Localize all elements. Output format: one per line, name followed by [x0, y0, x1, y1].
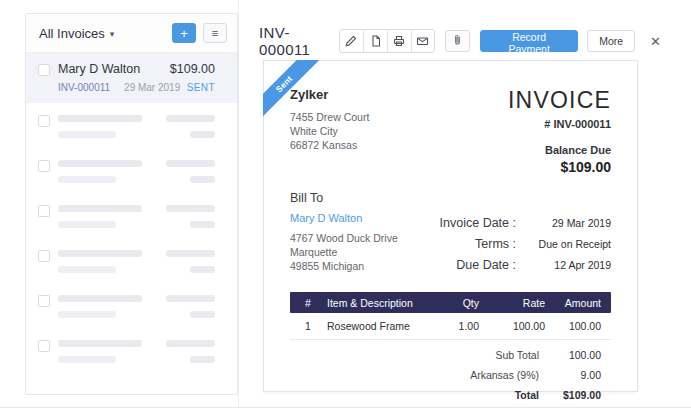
invoice-list-item-body: Mary D Walton $109.00 INV-000011 29 Mar … [58, 62, 215, 93]
meta-label: Terms : [412, 237, 516, 251]
meta-value: Due on Receipt [516, 238, 611, 250]
invoice-meta: Invoice Date : 29 Mar 2019 Terms : Due o… [412, 216, 611, 273]
skeleton-bar [58, 295, 142, 302]
invoice-list-item-skeleton[interactable] [26, 103, 237, 148]
balance-due-amount: $109.00 [508, 159, 611, 175]
close-icon: ✕ [650, 34, 661, 49]
invoice-list-item-skeleton[interactable] [26, 283, 237, 328]
table-header-row: # Item & Description Qty Rate Amount [290, 292, 611, 313]
plus-icon: + [180, 27, 188, 40]
meta-row: Terms : Due on Receipt [412, 237, 611, 251]
pdf-button[interactable] [363, 30, 387, 52]
cell-rate: 100.00 [479, 320, 545, 332]
detail-header: INV-000011 [239, 0, 691, 58]
skeleton-bar [58, 250, 142, 257]
summary-value: 100.00 [539, 349, 601, 361]
app-window: All Invoices ▾ + ≡ Mary D Walton $109.00… [0, 0, 691, 408]
close-button[interactable]: ✕ [646, 33, 665, 50]
row-checkbox[interactable] [38, 295, 50, 307]
document-icon [370, 35, 382, 47]
company-address-line: White City [290, 124, 369, 138]
skeleton-bar [190, 131, 215, 138]
bill-to-customer-link[interactable]: Mary D Walton [290, 212, 362, 224]
cell-amount: 100.00 [545, 320, 601, 332]
pencil-icon [345, 35, 357, 47]
document-number: # INV-000011 [508, 118, 611, 130]
summary-label: Sub Total [461, 349, 539, 361]
invoice-list-item-skeleton[interactable] [26, 238, 237, 283]
skeleton-bar [190, 176, 215, 183]
balance-due-label: Balance Due [508, 144, 611, 156]
summary-value: $109.00 [539, 389, 601, 401]
meta-value: 12 Apr 2019 [516, 259, 611, 271]
attachment-button[interactable] [445, 30, 470, 52]
edit-button[interactable] [340, 30, 364, 52]
document-title: INVOICE [508, 87, 611, 114]
bill-to-address-line: 49855 Michigan [290, 259, 398, 273]
invoice-amount: $109.00 [170, 62, 215, 76]
invoices-sidebar: All Invoices ▾ + ≡ Mary D Walton $109.00… [25, 13, 238, 395]
record-payment-button[interactable]: Record Payment [480, 30, 578, 52]
invoice-list-item-skeleton[interactable] [26, 148, 237, 193]
skeleton-bar [58, 115, 142, 122]
chevron-down-icon: ▾ [110, 29, 115, 39]
company-address-line: 7455 Drew Court [290, 110, 369, 124]
invoice-date: 29 Mar 2019 [124, 82, 180, 93]
row-checkbox[interactable] [38, 205, 50, 217]
summary-row-total: Total $109.00 [461, 385, 611, 405]
skeleton-bar [58, 340, 142, 347]
row-checkbox[interactable] [38, 340, 50, 352]
invoice-filter-dropdown[interactable]: All Invoices ▾ [39, 26, 114, 41]
row-checkbox[interactable] [38, 64, 50, 76]
skeleton-bar [58, 221, 116, 228]
invoice-title-block: INVOICE # INV-000011 Balance Due $109.00 [508, 87, 611, 175]
meta-value: 29 Mar 2019 [516, 217, 611, 229]
skeleton-bar [166, 160, 215, 167]
envelope-icon [416, 35, 429, 47]
summary-value: 9.00 [539, 369, 601, 381]
skeleton-bar [58, 205, 142, 212]
email-button[interactable] [411, 30, 435, 52]
skeleton-bar [58, 356, 116, 363]
company-name: Zylker [290, 87, 369, 102]
company-address-line: 66872 Kansas [290, 138, 369, 152]
more-button[interactable]: More [587, 30, 635, 52]
row-checkbox[interactable] [38, 250, 50, 262]
skeleton-bar [58, 131, 116, 138]
new-invoice-button[interactable]: + [172, 23, 196, 43]
page-title: INV-000011 [259, 24, 339, 58]
line-items-table: # Item & Description Qty Rate Amount 1 R… [290, 292, 611, 340]
row-checkbox[interactable] [38, 115, 50, 127]
skeleton-bar [190, 266, 215, 273]
list-view-button[interactable]: ≡ [203, 23, 227, 43]
customer-name: Mary D Walton [58, 62, 140, 76]
skeleton-bar [58, 311, 116, 318]
meta-label: Due Date : [412, 258, 516, 272]
totals-summary: Sub Total 100.00 Arkansas (9%) 9.00 Tota… [461, 345, 611, 408]
status-badge: SENT [187, 82, 215, 93]
meta-label: Invoice Date : [412, 216, 516, 230]
cell-number: 1 [305, 320, 327, 332]
skeleton-bar [190, 221, 215, 228]
bill-to-address-line: Marquette [290, 245, 398, 259]
skeleton-bar [58, 176, 116, 183]
skeleton-bar [166, 340, 215, 347]
invoice-preview: Sent Zylker 7455 Drew Court White City 6… [263, 60, 638, 392]
summary-row: Arkansas (9%) 9.00 [461, 365, 611, 385]
bill-to-address-line: 4767 Wood Duck Drive [290, 231, 398, 245]
toolbar: Record Payment More ✕ [339, 29, 665, 53]
invoice-list-item-skeleton[interactable] [26, 328, 237, 373]
summary-label: Arkansas (9%) [461, 369, 539, 381]
cell-qty: 1.00 [415, 320, 479, 332]
table-row: 1 Rosewood Frame 1.00 100.00 100.00 [290, 313, 611, 340]
print-button[interactable] [387, 30, 411, 52]
invoice-list-item[interactable]: Mary D Walton $109.00 INV-000011 29 Mar … [26, 53, 237, 103]
bill-to-label: Bill To [290, 191, 398, 205]
summary-row: Sub Total 100.00 [461, 345, 611, 365]
invoice-list-item-skeleton[interactable] [26, 193, 237, 238]
meta-row: Invoice Date : 29 Mar 2019 [412, 216, 611, 230]
row-checkbox[interactable] [38, 160, 50, 172]
skeleton-bar [166, 295, 215, 302]
summary-label: Total [461, 389, 539, 401]
invoice-number: INV-000011 [58, 82, 110, 93]
